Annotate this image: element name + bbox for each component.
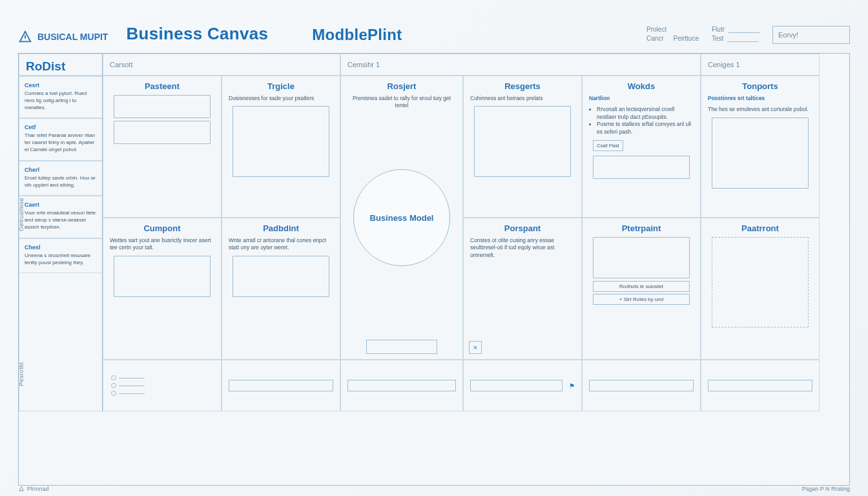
rail-label-top: Oetrualtnse <box>19 198 25 231</box>
slot[interactable] <box>232 106 329 177</box>
page-title: Business Canvas <box>126 24 268 44</box>
block-porspant[interactable]: Porspant Constes ot otite cusing anry es… <box>463 218 582 360</box>
side-item-4[interactable]: CheslUneena s drusnhell resusare tentty … <box>19 238 102 274</box>
brand-logo: BUSICAL MUPIT <box>18 30 108 44</box>
footer-bar-4[interactable] <box>582 360 701 411</box>
block-trgicle[interactable]: Trgicle Dusisnesses for sade your psatle… <box>222 76 340 218</box>
footer-right: Psgan P N Rrating <box>802 486 850 492</box>
chip[interactable]: + Sirt Rotes by und <box>593 294 690 305</box>
side-item-0[interactable]: CesrtComdes a tvel pyiort. Rued rens tig… <box>19 76 102 118</box>
center-circle[interactable]: Business Model <box>353 169 450 266</box>
meta-peirttuce: Peirttuce <box>674 35 699 42</box>
page-subtitle: ModblePlint <box>312 26 402 44</box>
block-padbdint[interactable]: Padbdint Wnte arratl cr antorane thal co… <box>222 218 340 360</box>
sidebar-title-cell: RoDist <box>19 54 103 76</box>
sidebar: Oetrualtnse Pesrotht CesrtComdes a tvel … <box>19 76 103 411</box>
header: BUSICAL MUPIT Business Canvas ModblePlin… <box>18 12 850 44</box>
col-header-2: Cemsihr 1 <box>340 54 701 76</box>
side-item-1[interactable]: CetfThar refet Paranal arviver rttan ter… <box>19 118 102 160</box>
side-item-2[interactable]: CherlEroel tutiep savle orbin. Hoo ar vt… <box>19 161 102 196</box>
slot-dashed[interactable] <box>712 237 809 327</box>
meta-prolect: Prolect <box>646 26 666 33</box>
col-header-3: Ceniges 1 <box>701 54 820 76</box>
footer-bar-1[interactable] <box>222 360 340 411</box>
triangle-icon <box>18 486 25 492</box>
block-resgerts[interactable]: Resgerts Cuhinness ant beiraes prelats <box>463 76 582 218</box>
meta-flutr: Flutr <box>712 26 725 33</box>
underline-field[interactable] <box>728 26 760 33</box>
meta-cancr: Cancr <box>646 35 664 42</box>
underline-field-2[interactable] <box>727 36 758 42</box>
center-mini-slot[interactable] <box>366 340 437 354</box>
block-wokds[interactable]: Wokds Nartlion Rrvonalt an lecteqversina… <box>582 76 701 218</box>
header-meta: Prolect Cancr Peirttuce Flutr Test Eorvy… <box>646 26 850 44</box>
meta-test: Test <box>712 35 723 42</box>
footer-bar-5[interactable] <box>701 360 820 411</box>
canvas-grid: RoDist Carsott Cemsihr 1 Ceniges 1 Oetru… <box>18 53 850 486</box>
meta-box-input[interactable]: Eorvy! <box>772 26 850 44</box>
block-ptetrpaint[interactable]: Ptetrpaint Rodhots le sulostet + Sirt Ro… <box>582 218 701 360</box>
page-footer: Plrmnad Psgan P N Rrating <box>18 486 850 492</box>
brand-text: BUSICAL MUPIT <box>37 32 108 42</box>
slot[interactable] <box>114 256 211 297</box>
triangle-icon <box>18 30 32 44</box>
footer-left: Plrmnad <box>18 486 49 492</box>
slot[interactable] <box>232 256 329 297</box>
flag-icon: ⚑ <box>569 382 575 389</box>
linker-icon <box>111 375 145 396</box>
slot[interactable] <box>114 95 211 118</box>
chip[interactable]: Rodhots le sulostet <box>593 281 690 292</box>
slot[interactable] <box>712 118 809 189</box>
footer-linker <box>103 360 222 411</box>
block-paatrront[interactable]: Paatrront <box>701 218 820 360</box>
footer-bar-2[interactable] <box>340 360 463 411</box>
col-header-1: Carsott <box>103 54 340 76</box>
close-icon[interactable]: × <box>469 341 482 354</box>
slot[interactable] <box>114 121 211 144</box>
block-tonports[interactable]: Tonports Posstinres srt taltices The hes… <box>701 76 820 218</box>
block-cumpont[interactable]: Cumpont Wettes sart yout ane busrictly I… <box>103 218 222 360</box>
slot[interactable] <box>593 237 690 278</box>
block-center: Rosjert Prenisnea sadet to rally for ero… <box>340 76 463 360</box>
side-item-3[interactable]: CaertVour erte ervaluteal vesuri tlete a… <box>19 196 102 238</box>
slot[interactable] <box>593 156 690 179</box>
chip[interactable]: Csaf Past <box>593 140 623 151</box>
footer-bar-3[interactable]: ⚑ <box>463 360 582 411</box>
block-pasteent[interactable]: Pasteent <box>103 76 222 218</box>
rail-label-bottom: Pesrotht <box>19 362 25 386</box>
slot[interactable] <box>474 106 571 177</box>
